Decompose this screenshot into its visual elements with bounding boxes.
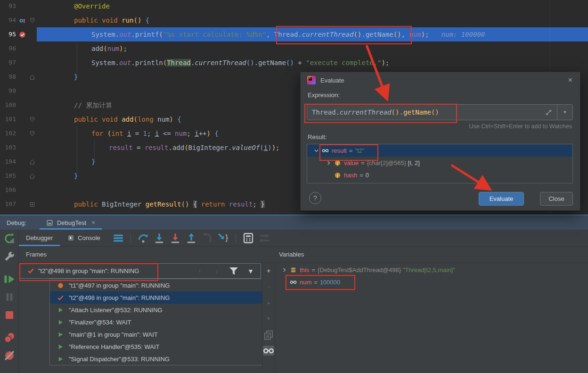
- fold-minus-icon: [28, 17, 36, 24]
- rerun-debug-icon[interactable]: [3, 232, 16, 245]
- step-out-icon[interactable]: [185, 232, 197, 244]
- code-token: i: [195, 130, 198, 137]
- expression-input[interactable]: Thread.currentThread().getName() ▼: [307, 104, 573, 120]
- gutter[interactable]: 94: [0, 13, 37, 27]
- stop-process-icon[interactable]: [3, 309, 16, 321]
- tab-console-label: Console: [78, 234, 100, 241]
- show-watches-icon[interactable]: [263, 346, 274, 356]
- tab-console[interactable]: Console: [60, 230, 107, 246]
- chevron-right-icon[interactable]: [279, 266, 289, 274]
- hamburger-menu-icon[interactable]: [112, 232, 124, 244]
- thread-selector[interactable]: "t2"@498 in group "main": RUNNING ↑↓▼: [20, 263, 261, 279]
- tab-debugtest[interactable]: DebugTest ×: [40, 216, 102, 230]
- evaluate-button[interactable]: Evaluate: [479, 192, 524, 206]
- next-frame-button[interactable]: ↓: [211, 265, 223, 277]
- expand-expression-icon[interactable]: [545, 108, 552, 116]
- gutter[interactable]: 101: [0, 112, 37, 126]
- move-watch-up-button[interactable]: ▲: [263, 298, 274, 307]
- remove-watch-button[interactable]: −: [263, 282, 274, 291]
- evaluate-expression-icon[interactable]: [242, 232, 254, 244]
- thread-list-item[interactable]: "main"@1 in group "main": WAIT: [50, 328, 262, 340]
- variable-value: {char[2]@565} [t, 2]: [367, 159, 420, 166]
- tree-row-hash[interactable]: fhash=0: [307, 169, 572, 181]
- code-line-94[interactable]: 94public void run() {: [0, 13, 588, 27]
- wrench-settings-icon[interactable]: [3, 250, 16, 263]
- gutter[interactable]: 100: [0, 98, 37, 112]
- gutter[interactable]: 99: [0, 84, 37, 98]
- gutter[interactable]: 105: [0, 169, 37, 183]
- chevron-right-icon[interactable]: [323, 159, 334, 166]
- filter-threads-icon[interactable]: [228, 265, 240, 277]
- gutter[interactable]: 102: [0, 126, 37, 141]
- move-watch-down-button[interactable]: ▼: [263, 314, 274, 323]
- gutter[interactable]: 97: [0, 56, 37, 70]
- fold-minus-icon: [28, 116, 36, 123]
- code-token: getName: [403, 108, 431, 116]
- thread-list-item[interactable]: "Signal Dispatcher"@533: RUNNING: [50, 353, 262, 365]
- gutter[interactable]: 98: [0, 70, 37, 84]
- tab-debugtest-label: DebugTest: [57, 219, 86, 226]
- thread-list-item[interactable]: "Finalizer"@534: WAIT: [50, 316, 262, 328]
- breakpoint-icon: [18, 31, 26, 38]
- chevron-down-icon[interactable]: [311, 147, 321, 154]
- code-line-97[interactable]: 97System.out.println(Thread.currentThrea…: [0, 56, 588, 70]
- close-icon[interactable]: ×: [568, 76, 572, 84]
- close-button[interactable]: Close: [540, 192, 573, 206]
- gutter[interactable]: 93: [0, 0, 37, 13]
- thread-dropdown-list: "t1"@497 in group "main": RUNNING"t2"@49…: [49, 279, 262, 365]
- code-token: Thread: [167, 59, 191, 66]
- run-to-cursor-icon[interactable]: [217, 232, 229, 244]
- view-breakpoints-icon[interactable]: [3, 332, 16, 344]
- thread-list-item[interactable]: "Reference Handler"@535: WAIT: [50, 340, 262, 353]
- previous-frame-button[interactable]: ↑: [194, 265, 206, 277]
- thread-list-item[interactable]: "t2"@498 in group "main": RUNNING: [50, 291, 262, 304]
- code-token: run: [122, 17, 133, 24]
- tab-close-icon[interactable]: ×: [91, 219, 95, 226]
- line-number: 95: [0, 27, 16, 41]
- code-token: {: [146, 17, 149, 24]
- code-line-95[interactable]: 95System.out.printf("%s start calculate:…: [0, 27, 588, 41]
- gutter[interactable]: 103: [0, 141, 37, 155]
- code-token: add: [122, 116, 133, 123]
- thread-list-item[interactable]: "t1"@497 in group "main": RUNNING: [50, 279, 262, 291]
- pause-program-icon[interactable]: [3, 291, 16, 303]
- force-step-into-icon[interactable]: [169, 232, 181, 244]
- step-over-icon[interactable]: [137, 232, 149, 244]
- result-tree: result="t2"fvalue={char[2]@565} [t, 2]fh…: [307, 144, 573, 183]
- tab-debugger[interactable]: Debugger: [19, 230, 60, 246]
- resume-program-icon[interactable]: [3, 273, 16, 285]
- code-token: (): [393, 31, 401, 38]
- tree-row-result[interactable]: result="t2": [307, 144, 572, 157]
- help-button[interactable]: ?: [309, 192, 321, 204]
- tree-row-this[interactable]: this={DebugTest$AddThread@498} "Thread[t…: [275, 264, 588, 276]
- separator: [131, 233, 131, 243]
- code-token: num: [157, 116, 169, 123]
- line-number: 106: [0, 183, 16, 197]
- code-line-93[interactable]: 93@Override: [0, 0, 588, 13]
- thread-running-icon: [57, 306, 64, 314]
- mute-breakpoints-icon[interactable]: [3, 349, 16, 362]
- evaluate-dialog-titlebar[interactable]: Evaluate ×: [301, 72, 580, 88]
- line-number: 100: [0, 98, 16, 112]
- drop-frame-icon[interactable]: [201, 232, 213, 244]
- tree-row-value[interactable]: fvalue={char[2]@565} [t, 2]: [307, 157, 572, 169]
- thread-dropdown-caret-button[interactable]: ▼: [245, 265, 257, 277]
- add-watch-button[interactable]: +: [263, 265, 274, 275]
- indent-guide: [77, 126, 77, 175]
- tree-row-num[interactable]: num=100000: [275, 276, 588, 288]
- duplicate-watch-icon[interactable]: [263, 330, 274, 340]
- code-line-96[interactable]: 96add(num);: [0, 41, 588, 56]
- gutter[interactable]: 104: [0, 155, 37, 169]
- console-icon: [67, 234, 74, 242]
- layout-settings-icon[interactable]: [258, 232, 270, 244]
- gutter[interactable]: 106: [0, 183, 37, 197]
- expression-history-caret-icon[interactable]: ▼: [557, 110, 572, 115]
- step-into-icon[interactable]: [153, 232, 165, 244]
- gutter[interactable]: 96: [0, 41, 37, 56]
- gutter[interactable]: 107: [0, 197, 37, 211]
- code-token: valueOf: [232, 144, 260, 151]
- thread-list-item[interactable]: "Attach Listener"@532: RUNNING: [50, 304, 262, 316]
- code-text: public void run() {: [37, 13, 588, 27]
- code-token: .printf: [131, 31, 159, 38]
- gutter[interactable]: 95: [0, 27, 37, 41]
